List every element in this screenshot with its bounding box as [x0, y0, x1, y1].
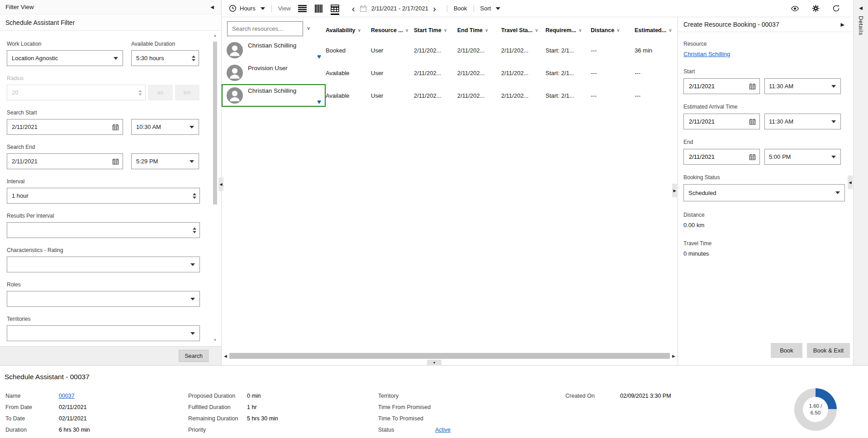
column-header-end-time[interactable]: End Time∨: [457, 21, 501, 36]
status-value-link[interactable]: Active: [435, 427, 451, 433]
scroll-right-icon[interactable]: ▶: [671, 354, 676, 358]
chevron-down-icon: ∨: [617, 28, 620, 33]
results-per-interval-value[interactable]: [12, 227, 188, 233]
filter-form: Work Location Location Agnostic Availabl…: [0, 31, 221, 346]
end-time-select[interactable]: 5:00 PM: [764, 149, 841, 165]
scroll-down-icon[interactable]: ▼: [213, 338, 217, 343]
hours-scale-select[interactable]: Hours: [229, 5, 265, 12]
search-button[interactable]: Search: [179, 350, 209, 362]
to-date-label: To Date: [5, 415, 59, 422]
resource-link[interactable]: Christian Schilling: [683, 51, 730, 57]
gantt-view-icon[interactable]: [315, 5, 323, 13]
refresh-icon[interactable]: [832, 5, 840, 12]
stepper-icon[interactable]: [193, 227, 196, 233]
roles-select[interactable]: [7, 291, 200, 307]
search-options-chevron-icon[interactable]: ∨: [307, 25, 310, 31]
end-time-value: 5:00 PM: [769, 153, 791, 160]
travel-start-cell: 2/11/202...: [501, 62, 545, 84]
grid-view-icon[interactable]: [331, 5, 339, 15]
search-start-date-field[interactable]: [7, 119, 123, 135]
estimated-arrival-date-field[interactable]: [683, 114, 760, 129]
gear-icon[interactable]: [812, 5, 820, 12]
filter-collapse-icon[interactable]: ◀: [210, 5, 214, 10]
search-start-date-value[interactable]: [12, 124, 111, 130]
column-header-estimated[interactable]: Estimated...∨: [635, 21, 678, 36]
work-location-select[interactable]: Location Agnostic: [7, 50, 123, 66]
booking-panel-splitter[interactable]: ▶: [672, 184, 677, 197]
column-header-travel-start[interactable]: Travel Sta...∨: [501, 21, 545, 36]
column-header-start-time[interactable]: Start Time∨: [414, 21, 457, 36]
book-button[interactable]: Book: [771, 343, 802, 358]
bottom-panel-collapse-tab[interactable]: ▼: [427, 360, 441, 366]
scroll-up-icon[interactable]: ▲: [213, 33, 217, 38]
scroll-left-icon[interactable]: ◀: [223, 354, 228, 358]
resource-name-cell[interactable]: Provision User: [222, 62, 326, 84]
time-from-promised-label: Time From Promised: [378, 404, 435, 410]
panel-expand-icon[interactable]: ▶: [841, 22, 844, 28]
estimated-cell: 36 min: [635, 39, 678, 62]
interval-stepper[interactable]: 1 hour: [7, 188, 200, 204]
start-date-field[interactable]: [683, 78, 760, 94]
expand-right-icon: ▶: [673, 189, 676, 193]
horizontal-scrollbar[interactable]: ◀ ▶: [222, 352, 678, 360]
available-duration-stepper[interactable]: 5:30 hours: [131, 50, 199, 66]
list-view-icon[interactable]: [298, 5, 307, 12]
results-per-interval-stepper[interactable]: [7, 222, 200, 238]
column-header-distance[interactable]: Distance∨: [591, 21, 635, 36]
book-and-exit-button[interactable]: Book & Exit: [807, 343, 850, 358]
availability-cell: Booked: [326, 39, 371, 62]
eye-icon[interactable]: [791, 5, 799, 12]
date-range-label[interactable]: 2/11/2021 - 2/17/2021: [371, 5, 428, 12]
end-date-value[interactable]: [688, 153, 748, 161]
expand-details-icon[interactable]: ◀: [859, 5, 863, 10]
book-toolbar-button[interactable]: Book: [454, 5, 467, 12]
column-header-availability[interactable]: Availability∨: [326, 21, 371, 36]
table-row[interactable]: Provision User Available User 2/11/202..…: [222, 62, 678, 84]
previous-period-button[interactable]: ‹: [352, 4, 355, 13]
resource-name-cell-selected[interactable]: Christian Schilling ♥: [222, 84, 326, 107]
details-panel-splitter[interactable]: ◀: [848, 176, 853, 189]
calendar-icon[interactable]: [112, 158, 119, 165]
name-value-link[interactable]: 00037: [59, 393, 75, 399]
resource-name-cell[interactable]: Christian Schilling ♥: [222, 39, 326, 62]
search-start-time-select[interactable]: 10:30 AM: [131, 119, 199, 135]
start-time-cell: 2/11/202...: [414, 39, 457, 62]
calendar-icon[interactable]: [360, 5, 367, 12]
calendar-icon[interactable]: [112, 124, 119, 130]
created-on-label: Created On: [565, 393, 620, 399]
table-row[interactable]: Christian Schilling ♥ Available User 2/1…: [222, 84, 678, 107]
characteristics-rating-select[interactable]: [7, 257, 200, 272]
end-date-field[interactable]: [683, 149, 760, 165]
filter-panel-splitter[interactable]: ◀: [218, 177, 223, 191]
resource-search-field[interactable]: [227, 21, 303, 36]
stepper-icon[interactable]: [193, 193, 196, 199]
booking-status-select[interactable]: Scheduled: [683, 184, 845, 201]
start-date-value[interactable]: [688, 82, 748, 90]
search-end-time-select[interactable]: 5:29 PM: [131, 153, 199, 169]
search-input[interactable]: [231, 25, 299, 33]
fulfilled-duration-label: Fulfilled Duration: [188, 404, 247, 410]
calendar-icon[interactable]: [749, 118, 756, 125]
characteristics-rating-label: Characteristics - Rating: [7, 247, 199, 253]
territories-select[interactable]: [7, 325, 200, 341]
search-end-date-value[interactable]: [12, 158, 111, 165]
calendar-icon[interactable]: [749, 83, 756, 90]
details-side-tab[interactable]: ◀ Details: [853, 0, 868, 365]
calendar-icon[interactable]: [749, 153, 756, 160]
column-header-requirement[interactable]: Requirem...∨: [545, 21, 591, 36]
sort-button[interactable]: Sort: [480, 5, 501, 12]
filter-scrollbar[interactable]: ▲ ▼: [212, 33, 218, 343]
column-header-resource[interactable]: Resource ...∨: [371, 21, 414, 36]
stepper-icon[interactable]: [192, 55, 195, 61]
scrollbar-thumb[interactable]: [213, 42, 217, 205]
estimated-arrival-date-value[interactable]: [688, 118, 748, 125]
distance-cell: ---: [591, 39, 635, 62]
search-end-time-value: 5:29 PM: [136, 158, 158, 165]
start-time-select[interactable]: 11:30 AM: [764, 78, 841, 94]
details-tab-label[interactable]: Details: [858, 16, 864, 35]
search-end-date-field[interactable]: [7, 153, 123, 169]
table-row[interactable]: Christian Schilling ♥ Booked User 2/11/2…: [222, 39, 678, 62]
scrollbar-thumb[interactable]: [229, 353, 670, 359]
estimated-arrival-time-select[interactable]: 11:30 AM: [764, 114, 841, 129]
next-period-button[interactable]: ›: [433, 4, 436, 13]
